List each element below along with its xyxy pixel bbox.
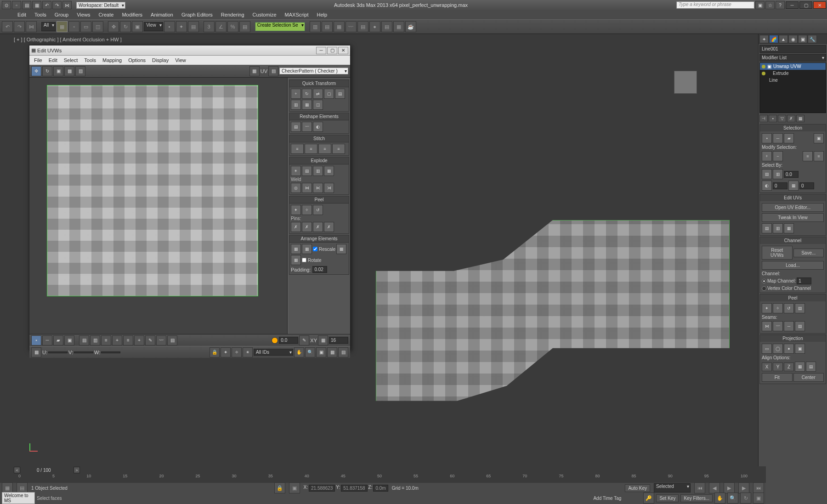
uv-rotate-icon[interactable]: ↻ xyxy=(42,66,52,76)
channel-rollout-header[interactable]: Channel xyxy=(760,237,826,244)
signin-icon[interactable]: ▣ xyxy=(755,1,765,9)
open-uv-editor-button[interactable]: Open UV Editor... xyxy=(762,203,824,212)
align-normal-icon[interactable]: ▦ xyxy=(795,362,805,372)
add-time-tag[interactable]: Add Time Tag xyxy=(593,496,621,501)
maximize-button[interactable]: ▢ xyxy=(799,1,812,9)
qt-flip-icon[interactable]: ⇄ xyxy=(313,89,323,99)
qt-rotate-icon[interactable]: ↻ xyxy=(302,89,312,99)
vertex-color-radio[interactable] xyxy=(762,286,766,291)
tab-utilities[interactable]: 🔧 xyxy=(808,35,817,43)
play-icon[interactable]: ▶ xyxy=(724,482,735,493)
uv-grid-spinner[interactable]: 16 xyxy=(329,337,348,344)
uv-minimize-button[interactable]: ─ xyxy=(316,47,326,54)
explode-4-icon[interactable]: ▦ xyxy=(324,166,334,176)
explode-2-icon[interactable]: ▤ xyxy=(302,166,312,176)
align-x-button[interactable]: X xyxy=(762,362,772,371)
uv-soft-falloff-icon[interactable] xyxy=(272,337,278,344)
reshape-straighten-icon[interactable]: ▤ xyxy=(291,122,301,132)
uv-canvas[interactable] xyxy=(29,78,288,334)
window-crossing-icon[interactable]: ◫ xyxy=(92,21,103,32)
menu-help[interactable]: Help xyxy=(313,11,331,18)
map-channel-radio[interactable] xyxy=(762,279,766,283)
rotate-icon[interactable]: ↻ xyxy=(120,21,131,32)
render-setup-icon[interactable]: ▤ xyxy=(381,21,392,32)
quickmap-1-icon[interactable]: ▤ xyxy=(762,223,772,233)
configure-icon[interactable]: ▦ xyxy=(796,115,804,122)
quickmap-2-icon[interactable]: ▥ xyxy=(773,223,783,233)
uv-poly-mode-icon[interactable]: ▰ xyxy=(53,335,63,345)
time-slider[interactable]: < 0 / 100 > xyxy=(0,466,766,474)
uv-mirror-icon[interactable]: ▥ xyxy=(75,66,85,76)
selby-3-icon[interactable]: ◐ xyxy=(762,181,772,191)
maxscript-prompt[interactable]: Welcome to MS xyxy=(2,492,35,504)
workspace-dropdown[interactable]: Workspace: Default xyxy=(76,2,125,9)
uv-menu-display[interactable]: Display xyxy=(149,57,171,64)
menu-animation[interactable]: Animation xyxy=(147,11,177,18)
uv-element-mode-icon[interactable]: ▣ xyxy=(64,335,74,345)
help-search-input[interactable]: Type a keyword or phrase xyxy=(676,1,754,9)
viewcube[interactable] xyxy=(674,71,697,94)
uv-scale-icon[interactable]: ▣ xyxy=(53,66,63,76)
setkey-button[interactable]: Set Key xyxy=(656,494,679,502)
proj-planar-icon[interactable]: ▭ xyxy=(762,344,772,354)
modifier-list-dropdown[interactable]: Modifier List xyxy=(759,54,826,62)
ring-icon[interactable]: ≡ xyxy=(803,151,813,161)
isolate-icon[interactable]: ▣ xyxy=(289,482,300,493)
qt-align4-icon[interactable]: ▦ xyxy=(302,100,312,110)
qt-fit-icon[interactable]: ▢ xyxy=(324,89,334,99)
undo-icon[interactable]: ↶ xyxy=(2,21,13,32)
peel-mode-icon[interactable]: ✧ xyxy=(302,205,312,215)
uv-tools-1-icon[interactable]: ▤ xyxy=(79,335,89,345)
pin-3-icon[interactable]: ✗ xyxy=(313,222,323,232)
uv-zoom-extents-icon[interactable]: ▦ xyxy=(327,347,337,357)
sel-vertex-icon[interactable]: ▪ xyxy=(762,133,772,143)
stitch-3-icon[interactable]: ≡ xyxy=(318,144,331,154)
play-start-icon[interactable]: ⏮ xyxy=(694,482,705,493)
proj-box-icon[interactable]: ▣ xyxy=(795,344,805,354)
peel-header[interactable]: Peel xyxy=(289,196,349,204)
fit-button[interactable]: Fit xyxy=(762,373,793,382)
uv-menu-tools[interactable]: Tools xyxy=(81,57,99,64)
object-name-field[interactable]: Line001 xyxy=(759,45,826,53)
select-rect-icon[interactable]: ▭ xyxy=(80,21,91,32)
time-ruler[interactable]: 0 5 10 15 20 25 30 35 40 45 50 55 60 65 … xyxy=(0,474,766,483)
selby-angle-spinner[interactable]: 0.0 xyxy=(784,171,799,178)
select-name-icon[interactable]: ▫ xyxy=(68,21,79,32)
mesh-object[interactable] xyxy=(376,220,730,408)
uv-menu-mapping[interactable]: Mapping xyxy=(100,57,125,64)
close-button[interactable]: ✕ xyxy=(813,1,826,9)
menu-tools[interactable]: Tools xyxy=(31,11,50,18)
cp-peel-4-icon[interactable]: ▤ xyxy=(795,303,805,313)
selby-1-icon[interactable]: ▤ xyxy=(762,169,772,179)
material-editor-icon[interactable]: ● xyxy=(369,21,380,32)
stitch-header[interactable]: Stitch xyxy=(289,135,349,142)
uv-edge-mode-icon[interactable]: ─ xyxy=(42,335,52,345)
pin-2-icon[interactable]: ✗ xyxy=(302,222,312,232)
sel-element-icon[interactable]: ▣ xyxy=(814,133,824,143)
manip-icon[interactable]: ✦ xyxy=(176,21,187,32)
pin-stack-icon[interactable]: ⊣ xyxy=(759,115,768,122)
menu-customize[interactable]: Customize xyxy=(249,11,280,18)
uv-menu-file[interactable]: File xyxy=(31,57,45,64)
menu-modifiers[interactable]: Modifiers xyxy=(118,11,146,18)
edit-uvs-rollout-header[interactable]: Edit UVs xyxy=(760,194,826,201)
time-prev-button[interactable]: < xyxy=(14,467,20,473)
use-pivot-icon[interactable]: ▪ xyxy=(164,21,175,32)
stack-line[interactable]: Line xyxy=(760,77,826,84)
coord-x-field[interactable]: 21.588623 xyxy=(309,485,335,492)
rotate-checkbox[interactable]: Rotate xyxy=(302,255,321,265)
tab-hierarchy[interactable]: ▲ xyxy=(779,35,788,43)
key-icon[interactable]: 🔑 xyxy=(643,493,654,504)
explode-1-icon[interactable]: ✴ xyxy=(291,166,301,176)
selby-2-icon[interactable]: ▥ xyxy=(773,169,783,179)
projection-rollout-header[interactable]: Projection xyxy=(760,335,826,342)
pack-3-icon[interactable]: ▦ xyxy=(336,244,346,254)
load-uv-button[interactable]: Load... xyxy=(762,261,824,270)
quickmap-3-icon[interactable]: ▦ xyxy=(784,223,794,233)
move-icon[interactable]: ✥ xyxy=(108,21,119,32)
stitch-2-icon[interactable]: ≡ xyxy=(305,144,317,154)
time-next-button[interactable]: > xyxy=(74,467,80,473)
uv-opt-3-icon[interactable]: ✴ xyxy=(243,347,253,357)
qt-align3-icon[interactable]: ▥ xyxy=(291,100,301,110)
padding-spinner[interactable]: 0.02 xyxy=(312,266,327,273)
